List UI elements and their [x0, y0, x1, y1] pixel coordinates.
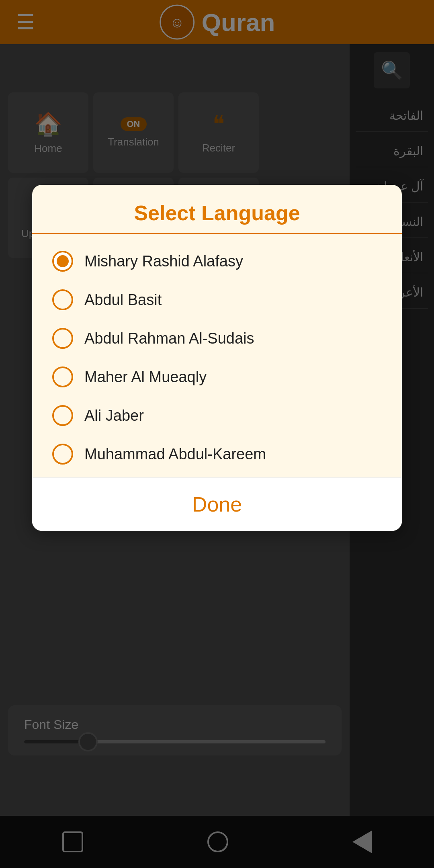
radio-muhammad[interactable]	[52, 444, 73, 465]
dialog-header: Select Language	[32, 185, 402, 234]
option-mishary-label: Mishary Rashid Alafasy	[84, 253, 243, 270]
option-abdul-rahman[interactable]: Abdul Rahman Al-Sudais	[52, 319, 382, 358]
option-muhammad[interactable]: Muhammad Abdul-Kareem	[52, 435, 382, 473]
radio-ali-jaber[interactable]	[52, 405, 73, 426]
option-abdul-basit-label: Abdul Basit	[84, 291, 162, 309]
radio-dot-mishary	[57, 255, 69, 267]
dialog-title: Select Language	[52, 201, 382, 225]
radio-mishary[interactable]	[52, 251, 73, 272]
option-abdul-rahman-label: Abdul Rahman Al-Sudais	[84, 330, 254, 347]
option-mishary[interactable]: Mishary Rashid Alafasy	[52, 242, 382, 280]
dialog-options: Mishary Rashid Alafasy Abdul Basit Abdul…	[32, 234, 402, 477]
radio-abdul-basit[interactable]	[52, 289, 73, 310]
option-maher-label: Maher Al Mueaqly	[84, 368, 207, 386]
radio-abdul-rahman[interactable]	[52, 328, 73, 349]
option-maher[interactable]: Maher Al Mueaqly	[52, 358, 382, 396]
radio-maher[interactable]	[52, 366, 73, 387]
option-ali-jaber[interactable]: Ali Jaber	[52, 396, 382, 435]
option-ali-jaber-label: Ali Jaber	[84, 407, 144, 424]
done-button[interactable]: Done	[32, 477, 402, 531]
option-muhammad-label: Muhammad Abdul-Kareem	[84, 446, 266, 463]
select-language-dialog: Select Language Mishary Rashid Alafasy A…	[32, 185, 402, 531]
option-abdul-basit[interactable]: Abdul Basit	[52, 280, 382, 319]
